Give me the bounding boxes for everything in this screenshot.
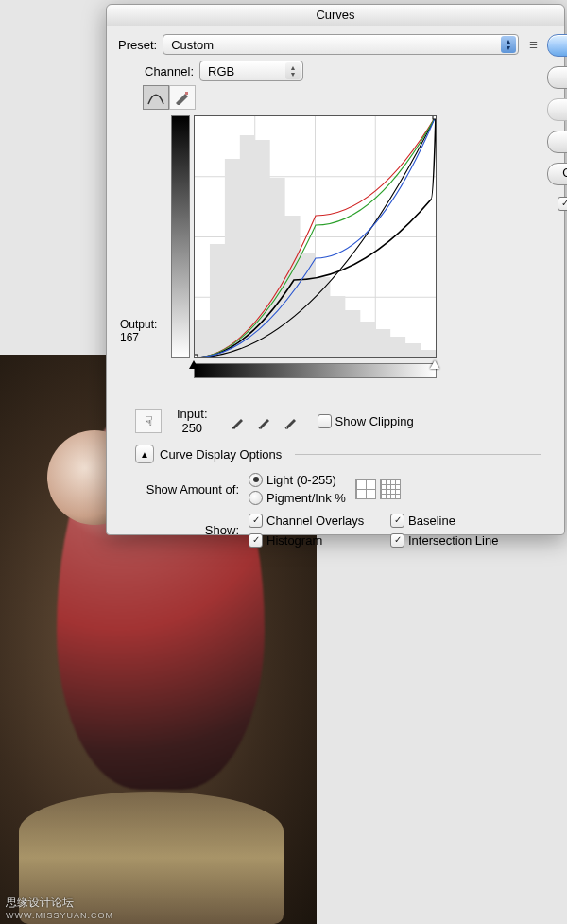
curves-graph[interactable]: Output: 167 bbox=[120, 115, 451, 399]
output-label: Output: bbox=[120, 318, 171, 331]
black-point-slider[interactable] bbox=[189, 360, 198, 369]
checkbox-icon bbox=[318, 414, 332, 428]
pigment-radio[interactable]: Pigment/Ink % bbox=[249, 491, 346, 505]
svg-rect-8 bbox=[433, 116, 436, 119]
ok-button[interactable]: OK bbox=[547, 34, 567, 57]
cancel-button[interactable]: Cancel bbox=[547, 66, 567, 89]
radio-icon bbox=[249, 491, 263, 505]
curve-display-disclosure[interactable]: ▲ bbox=[135, 445, 154, 463]
black-point-eyedropper[interactable] bbox=[229, 410, 249, 431]
watermark: 思缘设计论坛 WWW.MISSYUAN.COM bbox=[6, 895, 113, 920]
channel-overlays-checkbox[interactable]: ✓Channel Overlays bbox=[249, 514, 390, 528]
fine-grid-button[interactable] bbox=[380, 479, 401, 499]
auto-button[interactable]: Auto bbox=[547, 131, 567, 153]
gray-point-eyedropper[interactable] bbox=[255, 410, 276, 431]
curves-dialog: Curves Preset: Custom ▲▼ ☰ Channel: RGB … bbox=[106, 4, 565, 535]
channel-dropdown[interactable]: RGB ▲▼ bbox=[199, 61, 303, 81]
preset-menu-icon[interactable]: ☰ bbox=[524, 37, 541, 52]
dialog-title: Curves bbox=[107, 5, 564, 26]
white-point-eyedropper[interactable] bbox=[282, 410, 302, 431]
dropdown-arrows-icon: ▲▼ bbox=[501, 36, 516, 53]
input-ramp bbox=[194, 363, 437, 378]
light-radio[interactable]: Light (0-255) bbox=[249, 473, 336, 487]
options-button[interactable]: Options... bbox=[547, 163, 567, 185]
preset-label: Preset: bbox=[118, 38, 157, 52]
curve-pencil-tool[interactable] bbox=[169, 85, 196, 110]
preset-dropdown[interactable]: Custom ▲▼ bbox=[163, 34, 519, 55]
disclosure-label: Curve Display Options bbox=[160, 447, 282, 462]
intersection-line-checkbox[interactable]: ✓Intersection Line bbox=[390, 533, 541, 548]
input-value: 250 bbox=[177, 421, 208, 435]
output-value: 167 bbox=[120, 331, 171, 344]
svg-rect-0 bbox=[185, 92, 188, 95]
radio-selected-icon bbox=[249, 473, 263, 487]
dropdown-arrows-icon: ▲▼ bbox=[285, 62, 301, 79]
coarse-grid-button[interactable] bbox=[355, 479, 376, 499]
smooth-button[interactable]: Smooth bbox=[547, 98, 567, 121]
channel-label: Channel: bbox=[145, 64, 194, 78]
on-image-adjust-tool[interactable]: ☟ bbox=[135, 409, 162, 433]
output-ramp bbox=[171, 115, 190, 358]
show-clipping-checkbox[interactable]: Show Clipping bbox=[318, 414, 414, 428]
show-label: Show: bbox=[135, 523, 249, 537]
curve-point-tool[interactable] bbox=[143, 85, 169, 110]
show-amount-label: Show Amount of: bbox=[135, 482, 249, 497]
baseline-checkbox[interactable]: ✓Baseline bbox=[390, 514, 541, 528]
histogram-checkbox[interactable]: ✓Histogram bbox=[249, 533, 390, 548]
input-label: Input: bbox=[177, 407, 208, 421]
svg-rect-7 bbox=[195, 355, 198, 357]
white-point-slider[interactable] bbox=[430, 360, 439, 369]
preview-checkbox[interactable]: ✓ Preview bbox=[558, 197, 567, 211]
